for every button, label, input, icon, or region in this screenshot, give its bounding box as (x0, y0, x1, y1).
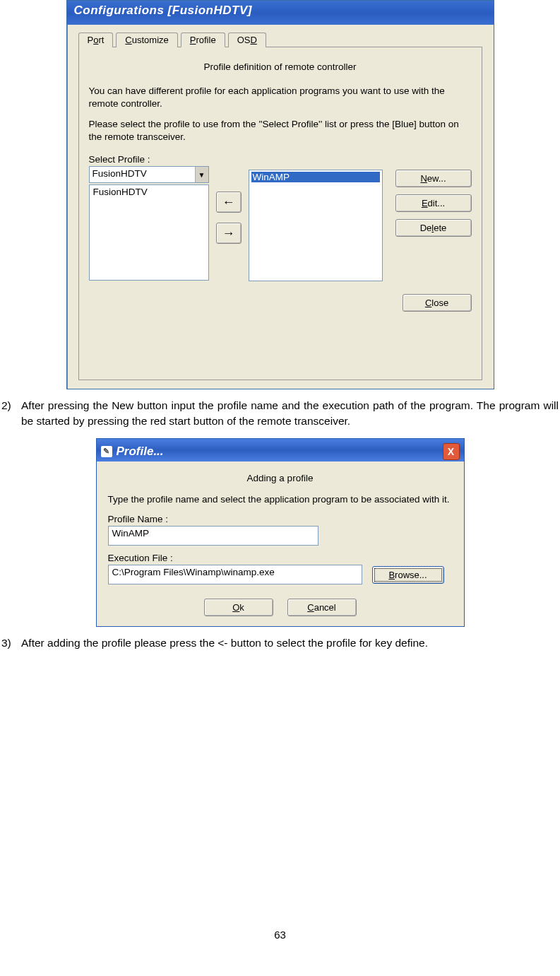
profile-combo-value: FusionHDTV (90, 167, 195, 182)
delete-button[interactable]: Delete (395, 219, 472, 237)
move-right-button[interactable]: → (216, 223, 242, 244)
panel-para-1: You can have different profile for each … (89, 85, 472, 110)
edit-button[interactable]: Edit... (395, 194, 472, 212)
move-left-button[interactable]: ← (216, 192, 242, 213)
panel-heading: Profile definition of remote controller (89, 61, 472, 72)
tab-profile[interactable]: Profile (181, 33, 225, 47)
step-number: 3) (1, 635, 21, 651)
step-text: After pressing the New button input the … (21, 398, 559, 430)
step-text: After adding the profile please press th… (21, 635, 559, 651)
profile-combo[interactable]: FusionHDTV ▼ (89, 166, 209, 183)
step-3: 3) After adding the profile please press… (1, 635, 559, 651)
dialog-para: Type the profile name and select the app… (108, 493, 453, 506)
tab-osd[interactable]: OSD (228, 33, 266, 47)
cancel-button[interactable]: Cancel (287, 599, 357, 616)
right-profile-list[interactable]: WinAMP (249, 170, 383, 281)
tab-port[interactable]: Port (78, 33, 114, 47)
list-item[interactable]: FusionHDTV (92, 187, 206, 197)
close-button[interactable]: Close (403, 294, 472, 312)
panel-para-2: Please select the profile to use from th… (89, 118, 472, 143)
window-title: Configurations [FusionHDTV] (67, 1, 494, 25)
dialog-subtitle: Adding a profile (108, 473, 453, 483)
profile-panel: Profile definition of remote controller … (78, 47, 482, 380)
profile-name-input[interactable]: WinAMP (108, 526, 318, 546)
pencil-icon: ✎ (101, 446, 112, 457)
page-number: 63 (0, 929, 560, 941)
left-profile-list[interactable]: FusionHDTV (89, 184, 209, 281)
select-profile-label: Select Profile : (89, 154, 209, 165)
tab-customize[interactable]: Customize (116, 33, 177, 47)
step-2: 2) After pressing the New button input t… (1, 398, 559, 430)
step-number: 2) (1, 398, 21, 430)
profile-dialog: ✎ Profile... X Adding a profile Type the… (96, 438, 465, 628)
dialog-titlebar: ✎ Profile... X (97, 439, 464, 461)
execution-file-label: Execution File : (108, 553, 453, 563)
dialog-title: Profile... (117, 445, 164, 459)
combo-arrow-icon[interactable]: ▼ (195, 167, 208, 182)
profile-name-label: Profile Name : (108, 514, 453, 524)
list-item[interactable]: WinAMP (251, 172, 380, 182)
close-icon[interactable]: X (443, 443, 460, 460)
execution-file-input[interactable]: C:\Program Files\Winamp\winamp.exe (108, 565, 362, 584)
new-button[interactable]: New... (395, 170, 472, 187)
ok-button[interactable]: Ok (204, 599, 273, 616)
tab-strip: Port Customize Profile OSD (78, 32, 482, 47)
browse-button[interactable]: Browse... (372, 566, 444, 584)
configurations-window: Configurations [FusionHDTV] Port Customi… (66, 0, 494, 389)
